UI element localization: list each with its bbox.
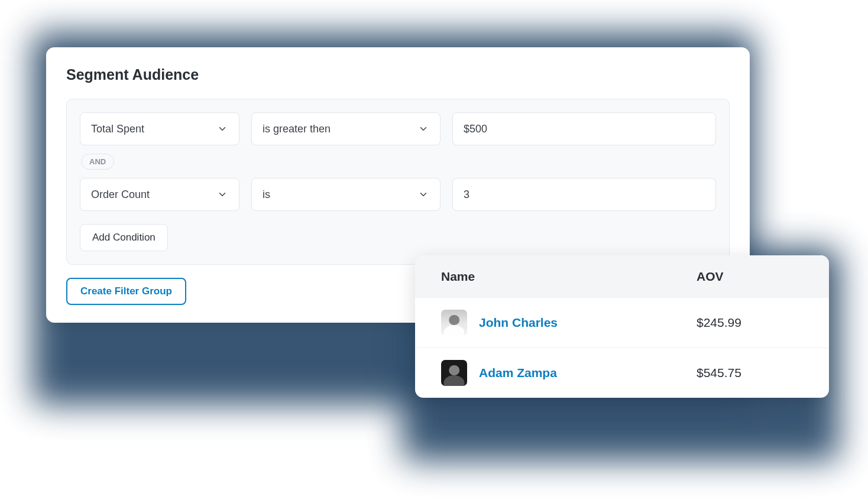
condition-row: Order Count is 3 [80, 178, 716, 211]
aov-value: $545.75 [697, 366, 803, 380]
avatar [441, 310, 467, 336]
column-header-aov: AOV [697, 270, 803, 284]
condition-row: Total Spent is greater then $500 [80, 112, 716, 145]
chevron-down-icon [216, 123, 228, 135]
chevron-down-icon [216, 189, 228, 200]
chevron-down-icon [417, 189, 429, 200]
aov-value: $245.99 [697, 316, 803, 330]
chevron-down-icon [417, 123, 429, 135]
operator-select-value: is greater then [263, 123, 331, 135]
results-header: Name AOV [415, 255, 829, 298]
field-select[interactable]: Order Count [80, 178, 239, 211]
table-row: John Charles $245.99 [415, 298, 829, 348]
and-joiner-pill: AND [81, 154, 114, 170]
person-name-link[interactable]: Adam Zampa [479, 366, 697, 380]
segment-title: Segment Audience [66, 66, 730, 83]
operator-select[interactable]: is [251, 178, 441, 211]
value-input[interactable]: 3 [452, 178, 716, 211]
value-input-text: 3 [464, 189, 469, 201]
filter-block: Total Spent is greater then $500 AND Ord… [66, 99, 730, 265]
person-name-link[interactable]: John Charles [479, 316, 697, 330]
column-header-name: Name [441, 270, 697, 284]
field-select-value: Order Count [91, 189, 150, 201]
operator-select-value: is [263, 189, 270, 201]
value-input-text: $500 [464, 123, 487, 135]
add-condition-button[interactable]: Add Condition [80, 224, 168, 251]
operator-select[interactable]: is greater then [251, 112, 441, 145]
field-select-value: Total Spent [91, 123, 144, 135]
results-card: Name AOV John Charles $245.99 Adam Zampa… [415, 255, 829, 398]
table-row: Adam Zampa $545.75 [415, 348, 829, 398]
field-select[interactable]: Total Spent [80, 112, 239, 145]
value-input[interactable]: $500 [452, 112, 716, 145]
create-filter-group-button[interactable]: Create Filter Group [66, 278, 186, 305]
avatar [441, 360, 467, 386]
